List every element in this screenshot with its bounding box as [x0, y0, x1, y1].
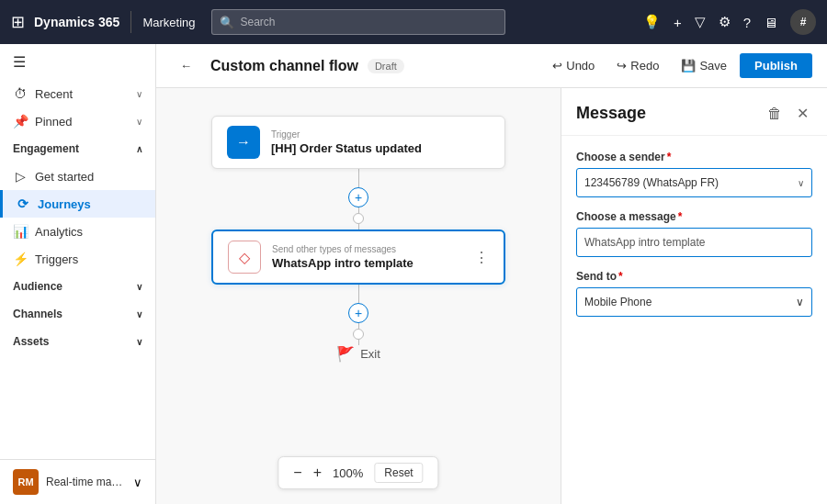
- redo-label: Redo: [630, 59, 659, 73]
- sender-select[interactable]: 123456789 (WhatsApp FR) ∨: [576, 168, 812, 197]
- chevron-pinned: ∨: [136, 117, 142, 127]
- sidebar-toggle[interactable]: ☰: [0, 44, 155, 80]
- sidebar-label-journeys: Journeys: [38, 197, 91, 211]
- flow-circle-1: [353, 213, 364, 224]
- sidebar-label-pinned: Pinned: [35, 115, 72, 129]
- save-icon: 💾: [681, 59, 696, 73]
- filter-icon[interactable]: ▽: [695, 14, 706, 30]
- message-node-menu-icon[interactable]: ⋮: [474, 249, 489, 266]
- trigger-content: Trigger [HH] Order Status updated: [271, 129, 422, 155]
- sender-field: Choose a sender* 123456789 (WhatsApp FR)…: [576, 151, 812, 197]
- zoom-out-button[interactable]: −: [293, 465, 301, 481]
- sidebar-label-analytics: Analytics: [35, 225, 83, 239]
- sidebar-footer[interactable]: RM Real-time marketi... ∨: [0, 459, 155, 504]
- sidebar-item-recent[interactable]: ⏱ Recent ∨: [0, 80, 155, 107]
- trigger-node[interactable]: → Trigger [HH] Order Status updated: [211, 116, 505, 169]
- connector-4: [358, 285, 359, 303]
- brand: Dynamics 365 Marketing: [34, 11, 195, 33]
- org-name: Real-time marketi...: [46, 476, 126, 488]
- add-node-button-1[interactable]: +: [348, 187, 368, 207]
- help-icon[interactable]: ?: [743, 15, 751, 30]
- section-assets[interactable]: Assets ∨: [0, 328, 155, 355]
- redo-button[interactable]: ↪ Redo: [607, 54, 668, 77]
- trigger-icon: →: [227, 126, 260, 159]
- zoom-bar: − + 100% Reset: [278, 456, 438, 489]
- save-label: Save: [699, 59, 727, 73]
- save-button[interactable]: 💾 Save: [672, 54, 736, 77]
- search-input[interactable]: [240, 16, 497, 28]
- sidebar-item-pinned[interactable]: 📌 Pinned ∨: [0, 107, 155, 135]
- lightbulb-icon[interactable]: 💡: [643, 14, 661, 30]
- content-area: ← Custom channel flow Draft ↩ Undo ↪ Red…: [156, 44, 827, 504]
- flow-diagram: → Trigger [HH] Order Status updated +: [156, 88, 561, 504]
- sidebar-item-get-started[interactable]: ▷ Get started: [0, 162, 155, 190]
- panel-header: Message 🗑 ✕: [561, 88, 827, 136]
- back-icon: ←: [180, 59, 192, 73]
- trigger-label: Trigger: [271, 129, 422, 140]
- undo-label: Undo: [566, 59, 595, 73]
- sidebar-label-triggers: Triggers: [35, 252, 78, 266]
- grid-icon[interactable]: ⊞: [11, 12, 25, 32]
- sendto-label: Send to*: [576, 270, 812, 283]
- sidebar-label-get-started: Get started: [35, 170, 94, 184]
- sender-label: Choose a sender*: [576, 151, 812, 163]
- section-audience[interactable]: Audience ∨: [0, 273, 155, 300]
- zoom-in-button[interactable]: +: [313, 465, 322, 481]
- topbar: ⊞ Dynamics 365 Marketing 🔍 💡 + ▽ ⚙ ? 🖥 #: [0, 0, 827, 44]
- chevron-recent: ∨: [136, 89, 142, 99]
- panel-delete-button[interactable]: 🗑: [764, 102, 786, 126]
- analytics-icon: 📊: [13, 224, 28, 239]
- add-node-button-2[interactable]: +: [348, 303, 368, 323]
- sidebar-label-recent: Recent: [35, 87, 73, 101]
- brand-divider: [130, 11, 131, 33]
- section-audience-label: Audience: [13, 280, 62, 293]
- pin-icon: 📌: [13, 114, 28, 129]
- message-label-text: Choose a message*: [576, 210, 812, 223]
- redo-icon: ↪: [617, 59, 627, 73]
- connector-5: [358, 323, 359, 329]
- user-avatar[interactable]: #: [790, 9, 816, 35]
- message-input[interactable]: WhatsApp intro template: [576, 228, 812, 257]
- panel-body: Choose a sender* 123456789 (WhatsApp FR)…: [561, 136, 827, 331]
- topbar-actions: 💡 + ▽ ⚙ ? 🖥 #: [643, 9, 816, 35]
- message-node[interactable]: ◇ Send other types of messages WhatsApp …: [211, 230, 505, 285]
- sidebar-item-journeys[interactable]: ⟳ Journeys: [0, 190, 155, 218]
- zoom-reset-button[interactable]: Reset: [374, 463, 423, 483]
- panel-close-button[interactable]: ✕: [793, 101, 812, 126]
- brand-name: Dynamics 365: [34, 15, 119, 29]
- add-icon[interactable]: +: [674, 15, 682, 30]
- section-engagement-label: Engagement: [13, 142, 79, 155]
- sidebar: ☰ ⏱ Recent ∨ 📌 Pinned ∨ Engagement ∧ ▷ G…: [0, 44, 156, 504]
- connector-2: [358, 207, 359, 213]
- back-button[interactable]: ←: [171, 54, 201, 77]
- connector-1: [358, 169, 359, 187]
- chat-icon[interactable]: 🖥: [764, 15, 777, 30]
- publish-button[interactable]: Publish: [740, 53, 812, 78]
- sendto-field: Send to* Mobile Phone ∨: [576, 270, 812, 317]
- sidebar-item-triggers[interactable]: ⚡ Triggers: [0, 245, 155, 273]
- undo-icon: ↩: [552, 59, 562, 73]
- undo-button[interactable]: ↩ Undo: [543, 54, 604, 77]
- sendto-select[interactable]: Mobile Phone ∨: [576, 287, 812, 317]
- sendto-chevron-icon: ∨: [796, 296, 804, 308]
- section-channels[interactable]: Channels ∨: [0, 300, 155, 328]
- exit-node: 🚩 Exit: [336, 345, 380, 363]
- page-title: Custom channel flow: [210, 58, 358, 74]
- message-title: WhatsApp intro template: [272, 256, 414, 270]
- message-field: Choose a message* WhatsApp intro templat…: [576, 210, 812, 257]
- canvas: → Trigger [HH] Order Status updated +: [156, 88, 561, 504]
- search-icon: 🔍: [220, 16, 234, 29]
- triggers-icon: ⚡: [13, 252, 28, 266]
- search-box[interactable]: 🔍: [211, 9, 505, 35]
- org-avatar: RM: [13, 469, 39, 495]
- sendto-value: Mobile Phone: [584, 296, 651, 308]
- journeys-icon: ⟳: [16, 196, 30, 211]
- section-engagement[interactable]: Engagement ∧: [0, 135, 155, 162]
- settings-icon[interactable]: ⚙: [719, 14, 731, 30]
- zoom-value: 100%: [333, 466, 363, 480]
- chevron-channels: ∨: [136, 309, 142, 319]
- sidebar-item-analytics[interactable]: 📊 Analytics: [0, 218, 155, 245]
- get-started-icon: ▷: [13, 169, 28, 184]
- exit-flag-icon: 🚩: [336, 345, 355, 363]
- trigger-title: [HH] Order Status updated: [271, 141, 422, 155]
